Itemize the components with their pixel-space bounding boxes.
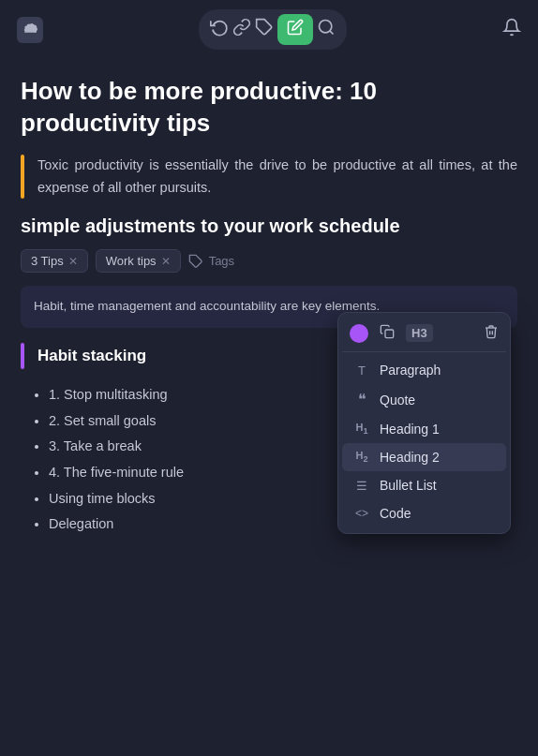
link-icon[interactable]: [232, 18, 251, 41]
format-quote-label: Quote: [380, 393, 415, 408]
blockquote-bar: [21, 155, 24, 200]
paragraph-icon: T: [353, 363, 370, 378]
format-heading1[interactable]: H1 Heading 1: [342, 415, 506, 443]
format-h3-badge: H3: [406, 324, 433, 342]
search-icon[interactable]: [317, 18, 336, 41]
toolbar-left: [17, 17, 43, 43]
format-heading1-label: Heading 1: [380, 422, 440, 437]
svg-line-2: [330, 31, 334, 35]
format-menu: H3 T Paragraph ❝ Quote H1 Heading 1: [337, 312, 511, 534]
tags-placeholder: Tags: [209, 254, 234, 268]
svg-rect-4: [385, 330, 394, 338]
format-menu-header: H3: [342, 319, 506, 352]
quote-icon: ❝: [353, 391, 370, 408]
format-trash-icon[interactable]: [484, 324, 499, 342]
pen-icon[interactable]: [277, 14, 313, 45]
format-bullet-label: Bullet List: [380, 478, 437, 493]
tags-add-area[interactable]: Tags: [188, 254, 234, 269]
toolbar-center: [199, 9, 347, 50]
tag-chip-3tips[interactable]: 3 Tips ✕: [21, 249, 88, 273]
format-color-dot[interactable]: [350, 324, 368, 343]
format-copy-icon[interactable]: [376, 322, 398, 344]
format-paragraph[interactable]: T Paragraph: [342, 356, 506, 384]
blockquote-text: Toxic productivity is essentially the dr…: [37, 155, 517, 200]
main-content: How to be more productive: 10 productivi…: [0, 59, 538, 538]
bullet-list-icon: ☰: [353, 479, 370, 493]
format-quote[interactable]: ❝ Quote: [342, 384, 506, 415]
svg-point-1: [320, 21, 332, 33]
tag-remove-3tips[interactable]: ✕: [68, 255, 78, 268]
history-icon[interactable]: [210, 18, 229, 41]
format-code-label: Code: [380, 506, 411, 521]
page-title: How to be more productive: 10 productivi…: [21, 76, 517, 140]
bell-icon[interactable]: [502, 18, 521, 41]
format-bullet-list[interactable]: ☰ Bullet List: [342, 471, 506, 499]
h1-icon: H1: [353, 422, 370, 436]
h2-icon: H2: [353, 450, 370, 464]
format-code[interactable]: <> Code: [342, 499, 506, 527]
toolbar-right: [502, 18, 521, 41]
habit-bar: [21, 343, 24, 369]
tag-label-3tips: 3 Tips: [31, 254, 64, 268]
blockquote-section: Toxic productivity is essentially the dr…: [21, 155, 517, 200]
code-icon: <>: [353, 507, 370, 520]
tags-row: 3 Tips ✕ Work tips ✕ Tags: [21, 249, 517, 273]
format-heading2[interactable]: H2 Heading 2: [342, 443, 506, 471]
toolbar: [0, 0, 538, 59]
format-heading2-label: Heading 2: [380, 450, 440, 465]
tag-remove-worktips[interactable]: ✕: [161, 255, 171, 268]
section-heading: simple adjustments to your work schedule: [21, 214, 517, 238]
tag-label-worktips: Work tips: [106, 254, 157, 268]
habit-heading: Habit stacking: [37, 343, 146, 369]
format-paragraph-label: Paragraph: [380, 363, 441, 378]
logo-icon[interactable]: [17, 17, 43, 43]
label-icon[interactable]: [255, 18, 274, 41]
tag-chip-worktips[interactable]: Work tips ✕: [96, 249, 181, 273]
